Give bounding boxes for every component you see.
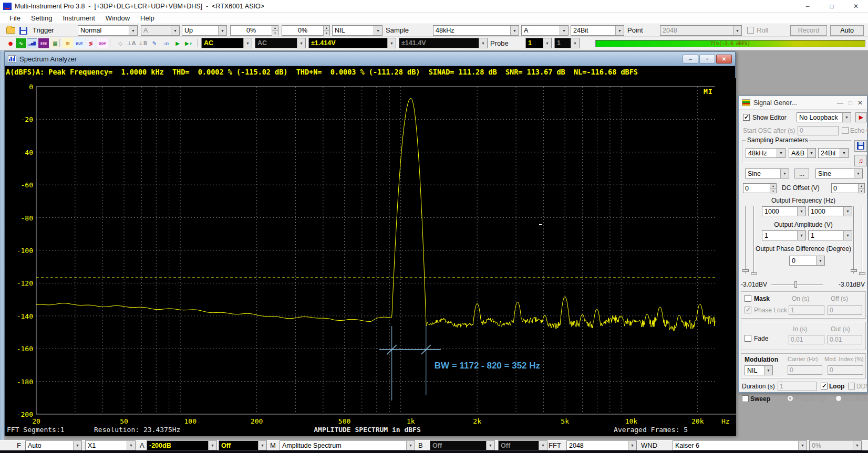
gen-rate-combo[interactable]: 48kHz	[746, 148, 786, 158]
record-button: Record	[790, 25, 827, 36]
spectrum-3d-plot-icon[interactable]: ▦	[50, 38, 60, 48]
close-icon[interactable]: ✕	[857, 99, 863, 107]
phase-combo[interactable]: 0	[789, 256, 825, 266]
waveform-a-combo[interactable]: Sine	[745, 168, 789, 178]
run-icon[interactable]: ▶	[172, 38, 183, 48]
trigger-edge-combo[interactable]: Up	[182, 25, 227, 36]
spectrum-analyzer-titlebar[interactable]: Spectrum Analyzer – ▫ ✕	[5, 52, 735, 66]
menu-item-instrument[interactable]: Instrument	[57, 14, 100, 22]
frequency-a-combo[interactable]: 1000	[762, 206, 806, 216]
freq-axis-combo[interactable]: Auto	[25, 440, 82, 450]
gen-channels-combo[interactable]: A&B	[789, 148, 816, 158]
maximize-icon[interactable]: □	[820, 0, 844, 13]
sample-rate-combo[interactable]: 48kHz	[433, 25, 519, 36]
slider-handle[interactable]	[859, 272, 865, 275]
open-file-icon[interactable]	[6, 27, 15, 34]
range-db-combo[interactable]: -200dB	[147, 440, 217, 450]
sweep-checkbox[interactable]	[742, 395, 749, 402]
amplitude-slider-a2[interactable]	[753, 206, 755, 273]
svg-text:-140: -140	[17, 312, 33, 320]
trigger-hpf-combo[interactable]: NIL	[332, 25, 383, 36]
record-icon[interactable]: ●	[5, 38, 16, 48]
taskbar-edge	[0, 450, 868, 453]
slider-handle[interactable]	[751, 272, 757, 275]
svg-text:-100: -100	[17, 247, 33, 255]
signal-generator-icon	[742, 99, 750, 106]
a-ref-combo[interactable]: Off	[219, 440, 267, 450]
show-editor-checkbox[interactable]	[743, 114, 750, 121]
amplitude-slider-a1[interactable]	[745, 206, 746, 273]
run-generator-button[interactable]: ▶	[855, 112, 867, 122]
chevron-down-icon	[780, 169, 789, 178]
amplitude-slider-b1[interactable]	[853, 206, 854, 273]
dc-offset-b-spinner[interactable]: 0▲▼	[831, 183, 865, 193]
trigger-delay-spinner[interactable]: 0%▲▼	[282, 25, 330, 36]
spectrum-plot-area[interactable]: 0-20-40-60-80-100-120-140-160-180-200205…	[5, 78, 736, 436]
floppy-icon	[857, 142, 864, 150]
gen-bits-combo[interactable]: 24Bit	[818, 148, 849, 158]
trigger-level-spinner[interactable]: 0%▲▼	[230, 25, 278, 36]
spectrum-chart[interactable]: 0-20-40-60-80-100-120-140-160-180-200205…	[5, 78, 736, 436]
signal-generator-titlebar[interactable]: Signal Gener... — □ ✕	[739, 96, 867, 110]
svg-text:0: 0	[29, 83, 33, 91]
frequency-b-combo[interactable]: 1000	[808, 206, 852, 216]
slider-handle[interactable]	[742, 269, 749, 272]
amplitude-a-combo[interactable]: 1	[762, 230, 806, 240]
close-icon[interactable]: ✕	[844, 0, 868, 13]
output-frequency-label: Output Frequency (Hz)	[739, 197, 868, 204]
chevron-down-icon	[807, 149, 815, 157]
mask-checkbox[interactable]	[745, 295, 751, 302]
spectrum-analyzer-icon[interactable]: ▂▅█	[27, 38, 37, 48]
auto-button[interactable]: Auto	[830, 25, 864, 36]
fade-checkbox[interactable]	[745, 335, 751, 342]
dc-offset-a-spinner[interactable]: 0▲▼	[743, 183, 777, 193]
music-note-button[interactable]: ♫	[854, 155, 867, 166]
probe-a-combo[interactable]: 1	[525, 38, 552, 48]
window-function-combo[interactable]: Kaiser 6	[673, 440, 807, 450]
mode-combo[interactable]: Amplitude Spectrum	[280, 440, 415, 450]
more-waveform-button[interactable]: ...	[794, 168, 809, 178]
sample-bits-combo[interactable]: 24Bit	[571, 25, 624, 36]
balance-slider[interactable]	[771, 285, 823, 286]
zoom-combo[interactable]: X1	[85, 440, 136, 450]
chevron-down-icon	[129, 26, 137, 35]
svg-text:MI: MI	[704, 88, 713, 96]
data-logger-icon[interactable]: ≋	[63, 38, 73, 48]
save-file-icon[interactable]	[19, 27, 27, 35]
restore-icon[interactable]: ▫	[699, 55, 715, 64]
minimize-icon[interactable]: –	[683, 55, 698, 64]
amplitude-slider-b2[interactable]	[862, 206, 863, 273]
minimize-icon[interactable]: —	[837, 99, 843, 107]
trigger-source-combo: A	[141, 25, 180, 36]
multimeter-icon[interactable]: 888	[38, 38, 49, 48]
slider-handle[interactable]	[794, 281, 797, 288]
menu-item-help[interactable]: Help	[135, 14, 160, 22]
dut-icon[interactable]: DUT	[74, 38, 85, 48]
amplitude-b-combo[interactable]: 1	[808, 230, 852, 240]
oscilloscope-icon[interactable]: ∿	[16, 38, 26, 48]
minimize-icon[interactable]: –	[795, 0, 820, 13]
sample-channels-combo[interactable]: A	[521, 25, 569, 36]
fft-size-combo[interactable]: 2048	[566, 440, 637, 450]
save-waveform-button[interactable]	[854, 140, 867, 152]
svg-text:5k: 5k	[561, 417, 569, 425]
waveform-b-combo[interactable]: Sine	[815, 168, 863, 178]
device-test-plan-icon[interactable]: ≶	[86, 38, 96, 48]
slider-handle[interactable]	[851, 269, 857, 272]
point-label: Point	[627, 26, 643, 34]
trigger-mode-combo[interactable]: Normal	[78, 25, 138, 36]
close-icon[interactable]: ✕	[716, 55, 732, 64]
coupling-a-combo[interactable]: AC	[201, 38, 252, 48]
chevron-down-icon	[797, 231, 805, 240]
menu-item-setting[interactable]: Setting	[26, 14, 57, 22]
ddp-viewer-icon[interactable]: DDP	[97, 38, 108, 48]
loop-checkbox[interactable]	[821, 383, 828, 389]
loopback-combo[interactable]: No Loopback	[797, 112, 851, 122]
calibration-icon[interactable]: ✎	[149, 38, 160, 48]
sound-output-icon[interactable]: ◁))	[161, 38, 171, 48]
menu-item-file[interactable]: File	[4, 14, 26, 22]
range-a-combo[interactable]: ±1.414V	[308, 38, 396, 48]
menu-item-window[interactable]: Window	[100, 14, 135, 22]
run-loop-icon[interactable]: ▶∘	[183, 38, 194, 48]
modulation-type-combo[interactable]: NIL	[745, 365, 773, 375]
